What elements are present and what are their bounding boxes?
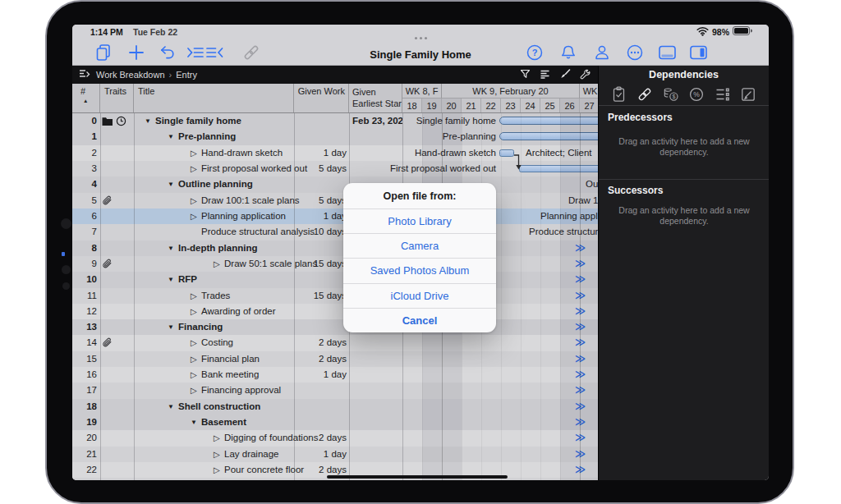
- overflow-chevrons[interactable]: ≫: [575, 351, 586, 367]
- table-row[interactable]: 4▼Outline planningOutline planning: [72, 176, 598, 192]
- expand-triangle[interactable]: ▷: [191, 208, 197, 224]
- popup-option[interactable]: Photo Library: [343, 208, 496, 233]
- row-number: 23: [72, 478, 97, 480]
- right-panel-icon[interactable]: [688, 43, 710, 64]
- user-icon[interactable]: [592, 43, 614, 64]
- table-row[interactable]: 20▷Digging of foundations2 days≫: [72, 430, 598, 446]
- overflow-chevrons[interactable]: ≫: [575, 383, 586, 398]
- collapse-triangle[interactable]: ▼: [168, 176, 174, 192]
- expand-triangle[interactable]: ▷: [191, 161, 197, 176]
- column-header-num[interactable]: # ▲: [72, 84, 100, 113]
- overflow-chevrons[interactable]: ≫: [575, 256, 586, 272]
- notifications-icon[interactable]: [558, 43, 580, 64]
- expand-triangle[interactable]: ▷: [214, 256, 220, 272]
- expand-triangle[interactable]: ▷: [214, 478, 220, 480]
- list-icon[interactable]: [715, 86, 731, 103]
- overflow-chevrons[interactable]: ≫: [575, 462, 586, 478]
- multitasking-indicator[interactable]: [72, 31, 769, 41]
- expand-triangle[interactable]: ▷: [214, 447, 220, 462]
- overflow-chevrons[interactable]: ≫: [575, 415, 586, 430]
- collapse-triangle[interactable]: ▼: [191, 415, 197, 430]
- overflow-chevrons[interactable]: ≫: [575, 399, 586, 415]
- help-icon[interactable]: ?: [525, 43, 546, 64]
- summary-bar[interactable]: [499, 117, 598, 125]
- expand-triangle[interactable]: ▷: [191, 351, 197, 367]
- collapse-triangle[interactable]: ▼: [168, 241, 174, 256]
- table-row[interactable]: 3▷First proposal worked out5 daysFirst p…: [72, 161, 598, 176]
- table-row[interactable]: 19▼Basement≫: [72, 415, 598, 430]
- day-header-cell: 18: [402, 99, 422, 113]
- column-header-title[interactable]: Title: [134, 84, 294, 113]
- bottom-panel-icon[interactable]: [657, 43, 678, 64]
- table-row[interactable]: 12▷Awarding of order≫: [72, 304, 598, 319]
- table-row[interactable]: 13▼Financing≫: [72, 319, 598, 335]
- collapse-triangle[interactable]: ▼: [168, 272, 174, 287]
- table-row[interactable]: 0▼Single family homeFeb 23, 2022Single f…: [72, 113, 598, 129]
- link-icon[interactable]: [636, 86, 653, 103]
- summary-bar[interactable]: [499, 132, 598, 140]
- predecessors-dropzone[interactable]: Drag an activity here to add a new depen…: [618, 136, 750, 158]
- expand-triangle[interactable]: ▷: [191, 145, 197, 161]
- popup-cancel-button[interactable]: Cancel: [343, 308, 496, 332]
- costs-icon[interactable]: $: [663, 86, 679, 103]
- table-row[interactable]: 18▼Shell construction≫: [72, 399, 598, 415]
- overflow-chevrons[interactable]: ≫: [575, 304, 586, 319]
- breadcrumb-section[interactable]: Work Breakdown: [96, 70, 165, 80]
- collapse-triangle[interactable]: ▼: [168, 129, 174, 144]
- expand-triangle[interactable]: ▷: [191, 335, 197, 351]
- table-row[interactable]: 10▼RFP≫: [72, 272, 598, 287]
- overflow-chevrons[interactable]: ≫: [575, 367, 586, 383]
- breadcrumb-page[interactable]: Entry: [176, 70, 197, 80]
- overflow-chevrons[interactable]: ≫: [575, 288, 586, 304]
- settings-wrench-icon[interactable]: [579, 69, 591, 80]
- edit-icon[interactable]: [740, 86, 756, 103]
- expand-triangle[interactable]: ▷: [191, 383, 197, 398]
- table-row[interactable]: 11▷Trades15 days≫: [72, 288, 598, 304]
- overflow-chevrons[interactable]: ≫: [575, 335, 586, 351]
- popup-option[interactable]: Camera: [343, 233, 496, 258]
- expand-triangle[interactable]: ▷: [214, 462, 220, 478]
- table-row[interactable]: 5▷Draw 100:1 scale plans5 daysDraw 100:1…: [72, 193, 598, 208]
- successors-dropzone[interactable]: Drag an activity here to add a new depen…: [618, 205, 750, 227]
- column-header-earliest-start[interactable]: Given Earliest Start: [349, 84, 402, 113]
- percent-icon[interactable]: %: [688, 86, 705, 103]
- horizontal-scrollbar[interactable]: [327, 475, 508, 479]
- popup-option[interactable]: iCloud Drive: [343, 283, 496, 308]
- table-row[interactable]: 21▷Lay drainage1 day≫: [72, 447, 598, 462]
- collapse-triangle[interactable]: ▼: [168, 399, 174, 415]
- table-row[interactable]: 8▼In-depth planning≫: [72, 241, 598, 256]
- overflow-chevrons[interactable]: ≫: [575, 447, 586, 462]
- collapse-triangle[interactable]: ▼: [145, 113, 151, 129]
- format-icon[interactable]: [540, 69, 552, 80]
- collapse-triangle[interactable]: ▼: [168, 319, 174, 335]
- task-bar[interactable]: [519, 165, 598, 172]
- overflow-chevrons[interactable]: ≫: [575, 430, 586, 446]
- overflow-chevrons[interactable]: ≫: [575, 272, 586, 287]
- table-row[interactable]: 2▷Hand-drawn sketch1 dayHand-drawn sketc…: [72, 145, 598, 161]
- column-header-traits[interactable]: Traits: [100, 84, 134, 113]
- table-row[interactable]: 16▷Bank meeting1 day≫: [72, 367, 598, 383]
- table-row[interactable]: 6▷Planning application1 dayPlanning appl…: [72, 208, 598, 224]
- task-bar[interactable]: [499, 149, 514, 157]
- popup-option[interactable]: Saved Photos Album: [343, 258, 496, 282]
- overflow-chevrons[interactable]: ≫: [575, 319, 586, 335]
- expand-triangle[interactable]: ▷: [191, 288, 197, 304]
- filter-icon[interactable]: [520, 69, 532, 80]
- table-row[interactable]: 7Produce structural analysis10 daysProdu…: [72, 224, 598, 240]
- expand-triangle[interactable]: ▷: [191, 193, 197, 208]
- table-row[interactable]: 1▼Pre-planningPre-planning: [72, 129, 598, 144]
- style-brush-icon[interactable]: [559, 69, 572, 80]
- table-row[interactable]: 9▷Draw 50:1 scale plans15 days≫: [72, 256, 598, 272]
- view-icon[interactable]: [79, 69, 91, 80]
- overflow-chevrons[interactable]: ≫: [575, 241, 586, 256]
- overflow-chevrons[interactable]: ≫: [575, 478, 586, 480]
- more-icon[interactable]: [625, 43, 646, 64]
- expand-triangle[interactable]: ▷: [191, 304, 197, 319]
- table-row[interactable]: 17▷Financing approval≫: [72, 383, 598, 398]
- table-row[interactable]: 14▷Costing2 days≫: [72, 335, 598, 351]
- table-row[interactable]: 15▷Financial plan2 days≫: [72, 351, 598, 367]
- column-header-given-work[interactable]: Given Work: [294, 84, 349, 113]
- clipboard-icon[interactable]: [611, 86, 627, 103]
- expand-triangle[interactable]: ▷: [214, 430, 220, 446]
- expand-triangle[interactable]: ▷: [191, 367, 197, 383]
